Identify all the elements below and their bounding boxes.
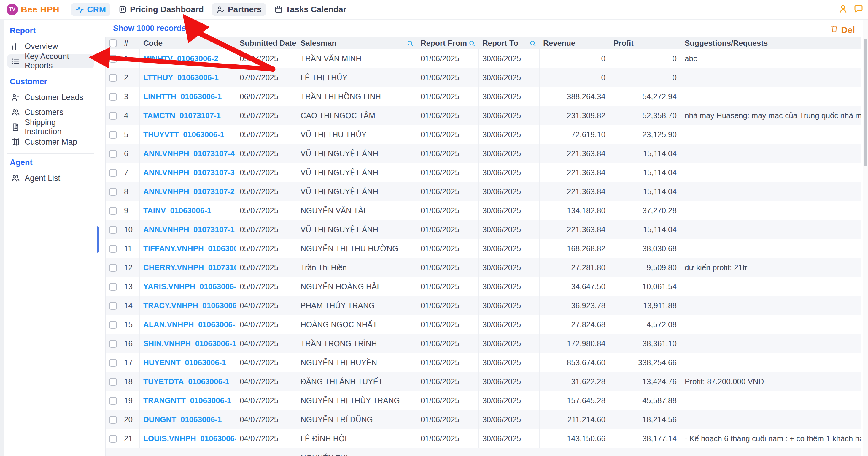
code-link[interactable]: LINHTTH_01063006-1 bbox=[143, 92, 222, 101]
code-link[interactable]: TUYETDTA_01063006-1 bbox=[143, 377, 229, 386]
report-to-cell: 30/06/2025 bbox=[479, 334, 539, 353]
code-link[interactable]: THUYVTT_01063006-1 bbox=[143, 130, 224, 139]
code-link[interactable]: CHERRY.VNHPH_01073107-1 bbox=[143, 263, 236, 272]
code-link[interactable]: TAINV_01063006-1 bbox=[143, 206, 211, 215]
sidebar-item-customer-leads[interactable]: Customer Leads bbox=[7, 90, 94, 104]
row-checkbox[interactable] bbox=[109, 93, 117, 101]
chat-icon[interactable] bbox=[853, 4, 864, 16]
row-number-cell: 6 bbox=[120, 144, 140, 163]
submitted-date-cell: 04/07/2025 bbox=[236, 429, 297, 448]
report-to-cell: 30/06/2025 bbox=[479, 410, 539, 429]
revenue-cell: 27,824.68 bbox=[539, 315, 610, 334]
code-link[interactable]: HUYENNT_01063006-1 bbox=[143, 358, 226, 367]
row-checkbox[interactable] bbox=[109, 416, 117, 424]
row-checkbox[interactable] bbox=[109, 188, 117, 196]
code-link[interactable]: ALAN.VNHPH_01063006-1 bbox=[143, 320, 236, 329]
row-checkbox[interactable] bbox=[109, 150, 117, 158]
select-all-checkbox[interactable] bbox=[109, 39, 117, 47]
suggestions-cell: dự kiến profit: 21tr bbox=[681, 258, 862, 277]
delete-button[interactable]: Del bbox=[830, 24, 855, 35]
row-checkbox[interactable] bbox=[109, 112, 117, 120]
pricing-dashboard-nav-item[interactable]: Pricing Dashboard bbox=[114, 3, 208, 16]
row-checkbox[interactable] bbox=[109, 245, 117, 253]
column-header-label: Report To bbox=[483, 38, 518, 48]
user-icon[interactable] bbox=[838, 4, 848, 16]
vertical-scrollbar-thumb[interactable] bbox=[864, 38, 867, 166]
row-checkbox[interactable] bbox=[109, 321, 117, 329]
brand-title: Bee HPH bbox=[21, 4, 59, 15]
row-checkbox[interactable] bbox=[109, 378, 117, 386]
avatar[interactable]: TV bbox=[6, 4, 18, 15]
row-checkbox[interactable] bbox=[109, 359, 117, 367]
row-checkbox[interactable] bbox=[109, 397, 117, 405]
submitted-date-cell: 05/07/2025 bbox=[236, 163, 297, 182]
row-checkbox[interactable] bbox=[109, 283, 117, 291]
topbar: TV Bee HPH CRMPricing DashboardPartnersT… bbox=[0, 0, 868, 19]
report-from-cell: 01/06/2025 bbox=[417, 239, 479, 258]
row-checkbox[interactable] bbox=[109, 131, 117, 139]
report-from-cell: 01/06/2025 bbox=[417, 87, 479, 106]
row-checkbox[interactable] bbox=[109, 55, 117, 63]
code-link[interactable]: DUNGNT_01063006-1 bbox=[143, 415, 222, 424]
profit-cell: 13,911.88 bbox=[610, 296, 681, 315]
report-to-cell: 30/06/2025 bbox=[479, 87, 539, 106]
row-checkbox[interactable] bbox=[109, 169, 117, 177]
salesman-cell: VŨ THỊ NGUYỆT ÁNH bbox=[297, 220, 417, 239]
code-link[interactable]: ANN.VNHPH_01073107-4 bbox=[143, 149, 235, 158]
sidebar-item-customers[interactable]: Customers bbox=[7, 105, 94, 119]
chat-icon bbox=[853, 4, 864, 14]
report-from-cell: 01/06/2025 bbox=[417, 201, 479, 220]
partners-nav-item[interactable]: Partners bbox=[212, 3, 266, 16]
sidebar-item-overview[interactable]: Overview bbox=[7, 39, 94, 53]
sidebar-item-agent-list[interactable]: Agent List bbox=[7, 171, 94, 185]
row-number-cell: 13 bbox=[120, 277, 140, 296]
row-checkbox-cell bbox=[105, 163, 120, 182]
vertical-scrollbar-track[interactable] bbox=[863, 20, 868, 456]
sidebar-item-customer-map[interactable]: Customer Map bbox=[7, 135, 94, 149]
column-header-label: Profit bbox=[614, 38, 633, 48]
table-row: 17HUYENNT_01063006-104/07/2025NGUYỄN THỊ… bbox=[105, 353, 862, 372]
row-checkbox[interactable] bbox=[109, 226, 117, 234]
row-checkbox-cell bbox=[105, 391, 120, 410]
column-header-revenue: Revenue bbox=[539, 37, 610, 49]
code-link[interactable]: ANN.VNHPH_01073107-1 bbox=[143, 225, 235, 234]
code-link[interactable]: TRANGNTT_01063006-1 bbox=[143, 396, 231, 405]
row-checkbox[interactable] bbox=[109, 264, 117, 272]
sidebar-item-label: Shipping Instruction bbox=[25, 118, 94, 136]
suggestions-cell bbox=[681, 410, 862, 429]
profit-cell: 38,177.14 bbox=[610, 429, 681, 448]
column-header-label: Revenue bbox=[543, 38, 575, 48]
code-link[interactable]: LOUIS.VNHPH_01063006-1 bbox=[143, 434, 236, 443]
code-link[interactable]: SHIN.VNHPH_01063006-1 bbox=[143, 339, 236, 348]
code-link[interactable]: TRACY.VNHPH_01063006-1 bbox=[143, 301, 236, 310]
tasks-calendar-nav-item[interactable]: Tasks Calendar bbox=[270, 3, 351, 16]
partial-cell bbox=[417, 448, 479, 456]
code-link[interactable]: TIFFANY.VNHPH_01063006-1 bbox=[143, 244, 236, 253]
code-link[interactable]: MINHTV_01063006-2 bbox=[143, 54, 218, 63]
row-checkbox[interactable] bbox=[109, 435, 117, 443]
report-from-cell: 01/06/2025 bbox=[417, 429, 479, 448]
code-link[interactable]: ANN.VNHPH_01073107-2 bbox=[143, 187, 235, 196]
report-from-cell: 01/06/2025 bbox=[417, 277, 479, 296]
suggestions-cell: Profit: 87.200.000 VND bbox=[681, 372, 862, 391]
revenue-cell: 27,281.80 bbox=[539, 258, 610, 277]
row-checkbox[interactable] bbox=[109, 302, 117, 310]
code-link[interactable]: YARIS.VNHPH_01063006-1 bbox=[143, 282, 236, 291]
column-header-profit: Profit bbox=[610, 37, 681, 49]
code-link[interactable]: ANN.VNHPH_01073107-3 bbox=[143, 168, 235, 177]
code-link[interactable]: LTTHUY_01063006-1 bbox=[143, 73, 219, 82]
sidebar-scrollbar-thumb[interactable] bbox=[97, 226, 99, 253]
code-link[interactable]: TAMCTN_01073107-1 bbox=[143, 111, 221, 120]
profit-cell: 23,125.90 bbox=[610, 125, 681, 144]
row-checkbox[interactable] bbox=[109, 74, 117, 82]
sidebar-item-key-account-reports[interactable]: Key Account Reports bbox=[7, 54, 94, 68]
crm-nav-item[interactable]: CRM bbox=[71, 3, 110, 16]
row-checkbox[interactable] bbox=[109, 207, 117, 215]
partial-cell bbox=[120, 448, 140, 456]
table-header-row: #CodeSubmitted DateSalesmanReport FromRe… bbox=[105, 37, 862, 49]
row-checkbox-cell bbox=[105, 315, 120, 334]
profit-cell: 18,214.56 bbox=[610, 410, 681, 429]
tab-show-1000-records[interactable]: Show 1000 records bbox=[105, 24, 194, 38]
sidebar-item-shipping-instruction[interactable]: Shipping Instruction bbox=[7, 120, 94, 134]
row-checkbox[interactable] bbox=[109, 340, 117, 348]
